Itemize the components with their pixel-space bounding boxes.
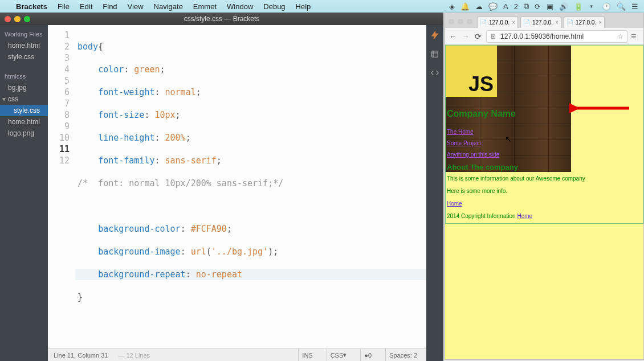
chrome-window: 📄 127.0.0.× 📄 127.0.0.× 📄 127.0.0.× ← → …	[445, 13, 644, 360]
home-link[interactable]: Home	[447, 200, 462, 207]
line-gutter: 123456789101112	[48, 25, 75, 348]
chrome-tabstrip: 📄 127.0.0.× 📄 127.0.0.× 📄 127.0.0.×	[445, 13, 643, 28]
status-bar: Line 11, Column 31 — 12 Lines INS CSS ▾ …	[48, 348, 426, 361]
company-heading: Company Name	[447, 108, 516, 120]
chrome-close-icon[interactable]	[449, 19, 454, 24]
zoom-icon[interactable]	[24, 16, 30, 22]
close-icon[interactable]	[5, 16, 11, 22]
display-icon[interactable]: ▣	[547, 2, 553, 11]
menu-view[interactable]: View	[128, 2, 144, 11]
nav-link-3[interactable]: Anything on this side	[447, 149, 499, 161]
nav-link-2[interactable]: Some Project	[447, 138, 499, 149]
status-spaces[interactable]: Spaces: 2	[385, 349, 421, 361]
forward-button[interactable]: →	[461, 32, 470, 41]
tree-logo-png[interactable]: logo.png	[0, 128, 48, 139]
mac-menubar: Brackets File Edit Find View Navigate Em…	[0, 0, 644, 13]
chrome-tab-3[interactable]: 📄 127.0.0.×	[564, 17, 605, 28]
back-button[interactable]: ←	[449, 32, 458, 41]
bookmark-icon[interactable]: ☆	[617, 32, 623, 40]
list-icon[interactable]: ☰	[631, 2, 638, 11]
working-file-home[interactable]: home.html	[0, 40, 48, 51]
url-text: 127.0.0.1:59036/home.html	[500, 32, 614, 40]
code-hint-icon[interactable]	[430, 68, 439, 79]
tab-close-icon[interactable]: ×	[512, 19, 515, 26]
extensions-icon[interactable]	[430, 50, 439, 60]
code-content[interactable]: body{ color: green; font-weight: normal;…	[75, 25, 426, 348]
chrome-zoom-icon[interactable]	[467, 19, 472, 24]
chrome-window-controls[interactable]	[449, 19, 472, 24]
chrome-minimize-icon[interactable]	[458, 19, 463, 24]
adobe-badge[interactable]: 2	[514, 2, 518, 11]
page-icon: 🗎	[490, 32, 497, 40]
status-lang[interactable]: CSS ▾	[327, 349, 350, 361]
address-bar[interactable]: 🗎 127.0.0.1:59036/home.html ☆	[486, 30, 627, 43]
chat-icon[interactable]: 💬	[488, 2, 498, 11]
menu-debug[interactable]: Debug	[263, 2, 285, 11]
js-logo: JS	[446, 46, 497, 97]
cloud-icon[interactable]: ☁︎	[475, 2, 483, 11]
menu-file[interactable]: File	[58, 2, 70, 11]
status-ins[interactable]: INS	[298, 349, 316, 361]
volume-icon[interactable]: 🔊	[559, 2, 568, 11]
working-file-style[interactable]: style.css	[0, 51, 48, 63]
tree-bg-jpg[interactable]: bg.jpg	[0, 82, 48, 93]
tree-css-folder[interactable]: css	[0, 93, 48, 105]
battery-icon[interactable]: 🔋	[574, 2, 583, 11]
code-editor[interactable]: 123456789101112 body{ color: green; font…	[48, 25, 426, 348]
minimize-icon[interactable]	[14, 16, 21, 22]
menu-window[interactable]: Window	[227, 2, 253, 11]
sidebar: Working Files home.html style.css htmlcs…	[0, 25, 48, 361]
about-heading: About The company	[447, 162, 518, 172]
tree-style-css[interactable]: style.css	[0, 105, 48, 116]
svg-rect-0	[432, 51, 438, 58]
adobe-icon[interactable]: A	[503, 2, 508, 11]
wifi-icon[interactable]: ᯤ	[589, 2, 596, 11]
hero: JS Company Name The Home Some Project An…	[446, 46, 643, 172]
reload-button[interactable]: ⟳	[474, 32, 483, 41]
status-errors[interactable]: ● 0	[360, 349, 375, 361]
sync-icon[interactable]: ⟳	[535, 2, 541, 11]
project-label[interactable]: htmlcss	[0, 71, 48, 82]
status-total-lines: — 12 Lines	[118, 352, 150, 359]
nav-links: The Home Some Project Anything on this s…	[447, 126, 499, 161]
menu-help[interactable]: Help	[296, 2, 311, 11]
tab-close-icon[interactable]: ×	[555, 19, 559, 26]
footer-home-link[interactable]: Home	[517, 213, 532, 219]
clock-icon[interactable]: 🕐	[602, 2, 611, 11]
working-files-label: Working Files	[0, 28, 48, 40]
paragraph-2: Here is some more info.	[447, 186, 642, 197]
chrome-tab-1[interactable]: 📄 127.0.0.×	[477, 17, 518, 28]
menubar-status-icons: ◈ 🔔 ☁︎ 💬 A 2 ⧉ ⟳ ▣ 🔊 🔋 ᯤ 🕐 🔍 ☰	[449, 2, 638, 11]
bell-icon[interactable]: 🔔	[460, 2, 470, 11]
menu-navigate[interactable]: Navigate	[154, 2, 183, 11]
menu-find[interactable]: Find	[103, 2, 117, 11]
search-icon[interactable]: 🔍	[617, 2, 626, 11]
live-preview-icon[interactable]	[430, 31, 439, 42]
chrome-tab-2[interactable]: 📄 127.0.0.×	[520, 17, 561, 28]
notify-icon[interactable]: ◈	[449, 2, 455, 11]
app-name[interactable]: Brackets	[16, 2, 47, 11]
tree-home-html[interactable]: home.html	[0, 116, 48, 128]
nav-link-1[interactable]: The Home	[447, 126, 499, 138]
tab-close-icon[interactable]: ×	[598, 19, 602, 26]
window-title: css/style.css — Brackets	[0, 15, 443, 23]
chrome-toolbar: ← → ⟳ 🗎 127.0.0.1:59036/home.html ☆ ≡	[445, 28, 643, 45]
window-controls[interactable]	[5, 16, 30, 22]
status-cursor-pos: Line 11, Column 31	[54, 352, 108, 359]
brackets-titlebar: css/style.css — Brackets	[0, 13, 443, 25]
right-toolbar	[426, 25, 443, 361]
menu-emmet[interactable]: Emmet	[193, 2, 217, 11]
chrome-menu-icon[interactable]: ≡	[631, 31, 640, 42]
menu-edit[interactable]: Edit	[80, 2, 92, 11]
paragraph-1: This is some information about our Aweso…	[447, 173, 642, 184]
copyright: 2014 Copyright Information Home	[447, 211, 642, 222]
dropbox-icon[interactable]: ⧉	[524, 2, 529, 11]
brackets-window: css/style.css — Brackets Working Files h…	[0, 13, 443, 361]
rendered-page: JS Company Name The Home Some Project An…	[445, 45, 643, 359]
